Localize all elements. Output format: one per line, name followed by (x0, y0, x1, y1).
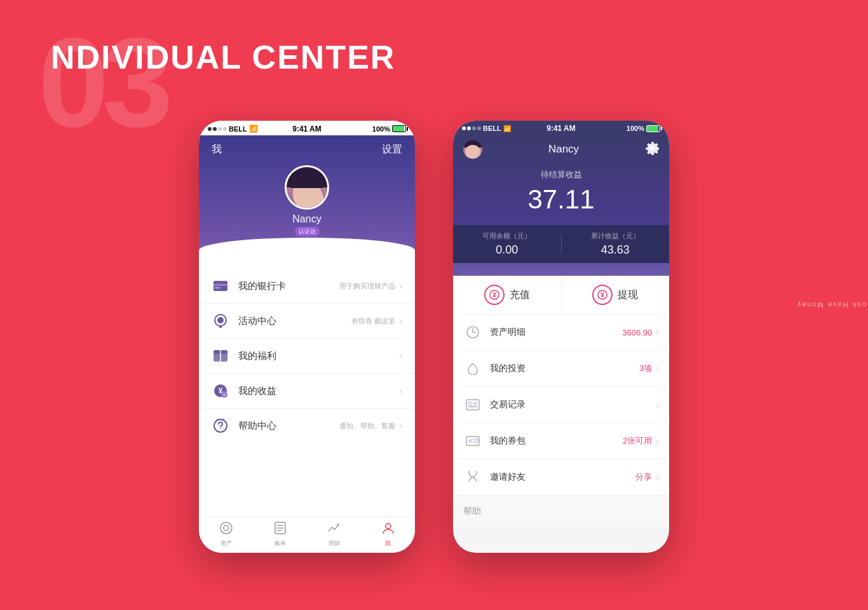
phone2-status-left: BELL 📶 (462, 125, 511, 132)
menu-label-income: 我的收益 (238, 385, 395, 397)
phone2-wifi-icon: 📶 (503, 125, 511, 132)
recharge-icon: ¥ (484, 285, 505, 305)
income-icon: ¥ + (212, 382, 229, 400)
menu-item-activity[interactable]: 活动中心 有惊喜 截这里 › (199, 304, 415, 339)
invite-value: 分享 (635, 471, 652, 483)
action-row: ¥ 充值 ¥ 提现 (453, 276, 669, 315)
me-tab-icon (381, 521, 395, 538)
svg-rect-28 (468, 402, 472, 405)
withdraw-label: 提现 (618, 288, 638, 302)
menu-desc-help: 通知、帮助、客服 (339, 421, 395, 431)
balance-row: 可用余额（元） 0.00 累计收益（元） 43.63 (453, 225, 669, 263)
list2-item-assets[interactable]: 资产明细 3606.90 › (453, 315, 669, 351)
nav-avatar (463, 140, 482, 159)
menu-item-income[interactable]: ¥ + 我的收益 › (199, 374, 415, 409)
list2-item-invite[interactable]: 邀请好友 分享 › (453, 459, 669, 496)
balance-available: 可用余额（元） 0.00 (453, 231, 561, 257)
withdraw-btn[interactable]: ¥ 提现 (562, 276, 670, 314)
list2-item-transaction[interactable]: 交易记录 › (453, 387, 669, 423)
invite-icon (463, 468, 482, 487)
help-section[interactable]: 帮助 (453, 497, 669, 526)
transaction-icon (463, 395, 482, 414)
page-title: NDIVIDUAL CENTER (51, 38, 395, 76)
phone2-signal-dot-4 (477, 126, 481, 130)
balance-available-value: 0.00 (453, 243, 561, 257)
avatar-face (287, 167, 327, 208)
gear-icon[interactable] (645, 141, 659, 158)
coupon-chevron: › (656, 436, 659, 446)
svg-text:¥: ¥ (492, 292, 496, 299)
phone2-battery-fill (647, 126, 658, 132)
svg-point-16 (224, 525, 229, 531)
tab-finance-label: 理财 (329, 539, 340, 548)
phone2-signal-dot-1 (462, 126, 466, 130)
invite-chevron: › (656, 472, 659, 482)
phone2-signal-dot-3 (472, 126, 476, 130)
assets-tab-icon (219, 521, 233, 538)
invite-label: 邀请好友 (490, 471, 635, 483)
tab-assets[interactable]: 资产 (199, 521, 253, 548)
menu-item-help[interactable]: 帮助中心 通知、帮助、客服 › (199, 409, 415, 443)
svg-rect-2 (215, 287, 220, 288)
svg-point-4 (217, 317, 224, 323)
bank-icon (212, 277, 229, 295)
menu-desc-bank: 用于购买理财产品 (339, 281, 395, 291)
chevron-icon-welfare: › (399, 351, 402, 361)
coupon-label: 我的券包 (490, 435, 623, 447)
menu-desc-activity: 有惊喜 截这里 (351, 316, 395, 326)
phone1-status-bar: BELL 📶 9:41 AM 100% (199, 121, 415, 135)
svg-text:+: + (223, 393, 226, 397)
tab-bills[interactable]: 账单 (253, 521, 307, 548)
menu-label-bank: 我的银行卡 (238, 280, 339, 292)
carrier-label: BELL (229, 125, 247, 133)
phone1-battery: 100% (372, 125, 406, 133)
investment-chevron: › (656, 363, 659, 374)
username: Nancy (292, 214, 321, 225)
activity-icon (212, 312, 229, 330)
balance-cumulative-label: 累计收益（元） (562, 231, 670, 241)
tab-finance[interactable]: 理财 (307, 521, 361, 548)
signal-dot-1 (208, 127, 212, 131)
earnings-amount: 37.11 (453, 184, 669, 215)
chevron-icon-income: › (399, 386, 402, 396)
phone2-battery-area: 100% (627, 125, 660, 132)
menu-label-welfare: 我的福利 (238, 350, 395, 362)
nav-left-label: 我 (212, 143, 222, 156)
user-badge: 认证达 (295, 227, 320, 236)
balance-cumulative-value: 43.63 (562, 243, 670, 257)
balance-cumulative: 累计收益（元） 43.63 (562, 231, 670, 257)
phone1-time: 9:41 AM (292, 125, 322, 133)
signal-dot-3 (218, 127, 222, 131)
coupon-value: 2张可用 (623, 435, 652, 447)
chevron-icon-help: › (399, 421, 402, 431)
list2-item-investment[interactable]: 我的投资 3项 › (453, 351, 669, 387)
svg-point-15 (220, 522, 232, 534)
chevron-icon-bank: › (399, 281, 402, 291)
phone2-list: 资产明细 3606.90 › 我的投资 3项 › (453, 315, 669, 496)
phone1-nav: 我 设置 (199, 140, 415, 159)
tab-bills-label: 账单 (275, 539, 286, 548)
signal-dot-2 (213, 127, 217, 131)
tab-me-label: 我 (385, 539, 391, 548)
assets-detail-chevron: › (656, 327, 659, 337)
phone1-status-left: BELL 📶 (208, 125, 258, 133)
svg-point-21 (386, 524, 391, 529)
nav-right-label[interactable]: 设置 (382, 143, 402, 156)
list2-item-coupon[interactable]: 我的券包 2张可用 › (453, 423, 669, 459)
phone2-signal-dots (462, 126, 481, 130)
phone2-battery-bar (646, 125, 660, 132)
battery-percent: 100% (372, 125, 390, 133)
tab-me[interactable]: 我 (361, 521, 415, 548)
investment-icon (463, 359, 482, 378)
menu-item-welfare[interactable]: 我的福利 › (199, 339, 415, 374)
signal-dots (208, 127, 227, 131)
welfare-icon (212, 347, 229, 365)
phone2: BELL 📶 9:41 AM 100% Nancy (453, 121, 669, 553)
withdraw-icon: ¥ (592, 285, 613, 305)
bills-tab-icon (273, 521, 287, 538)
menu-item-bank[interactable]: 我的银行卡 用于购买理财产品 › (199, 269, 415, 304)
recharge-btn[interactable]: ¥ 充值 (453, 276, 562, 314)
svg-rect-5 (219, 325, 222, 328)
balance-available-label: 可用余额（元） (453, 231, 561, 241)
svg-text:¥: ¥ (600, 292, 604, 299)
